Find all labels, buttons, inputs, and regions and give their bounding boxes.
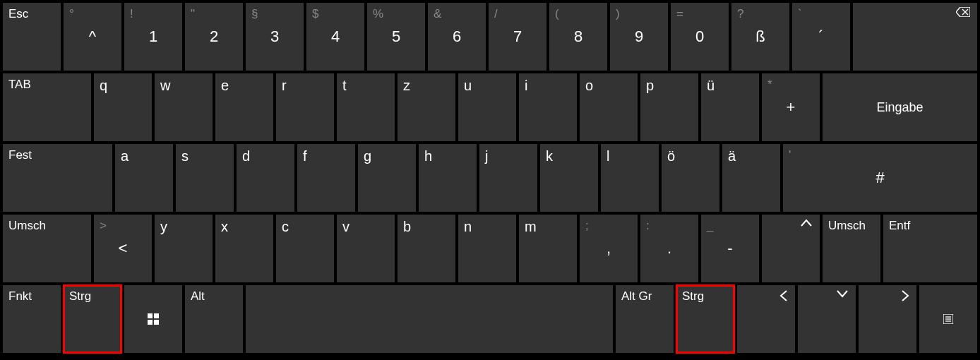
key-2[interactable]: " 2: [185, 3, 243, 71]
key-label: Entf: [889, 219, 910, 233]
key-ctrl-right[interactable]: Strg: [676, 285, 734, 353]
key-main-label: 7: [513, 28, 522, 46]
key-capslock[interactable]: Fest: [3, 144, 112, 212]
key-d[interactable]: d: [237, 144, 294, 212]
key-a[interactable]: a: [115, 144, 173, 212]
key-label: Esc: [8, 7, 28, 21]
key-9[interactable]: ) 9: [610, 3, 668, 71]
key-shift-label: $: [312, 7, 318, 21]
key-v[interactable]: v: [337, 215, 395, 282]
svg-rect-3: [154, 320, 159, 325]
key-m[interactable]: m: [519, 215, 577, 282]
key-caret[interactable]: ° ^: [64, 3, 121, 71]
key-i[interactable]: i: [519, 73, 577, 141]
key-t[interactable]: t: [337, 73, 395, 141]
key-delete[interactable]: Entf: [883, 215, 977, 282]
key-e[interactable]: e: [215, 73, 273, 141]
key-accent[interactable]: ` ´: [792, 3, 850, 71]
key-1[interactable]: ! 1: [124, 3, 182, 71]
chevron-left-icon: [779, 289, 788, 302]
key-shift-label: *: [767, 78, 772, 92]
key-shift-left[interactable]: Umsch: [3, 215, 91, 282]
key-label: Strg: [682, 289, 704, 304]
key-b[interactable]: b: [398, 215, 455, 282]
key-alt[interactable]: Alt: [185, 285, 243, 353]
key-label: n: [464, 219, 472, 235]
key-backspace[interactable]: [853, 3, 977, 71]
key-0[interactable]: = 0: [671, 3, 729, 71]
key-k[interactable]: k: [540, 144, 598, 212]
key-r[interactable]: r: [276, 73, 334, 141]
key-shift-label: °: [69, 7, 74, 21]
key-w[interactable]: w: [155, 73, 213, 141]
key-x[interactable]: x: [215, 215, 273, 282]
key-g[interactable]: g: [358, 144, 416, 212]
key-plus[interactable]: * +: [762, 73, 820, 141]
key-c[interactable]: c: [276, 215, 334, 282]
key-label: u: [464, 78, 472, 94]
key-f[interactable]: f: [297, 144, 355, 212]
row-5: Fnkt Strg Alt Alt Gr Strg: [3, 285, 977, 353]
key-arrow-right[interactable]: [859, 285, 916, 353]
key-label: Fest: [8, 148, 32, 162]
key-l[interactable]: l: [601, 144, 659, 212]
key-menu[interactable]: [919, 285, 977, 353]
key-label: c: [282, 219, 289, 235]
key-fn[interactable]: Fnkt: [3, 285, 61, 353]
key-u[interactable]: u: [458, 73, 516, 141]
key-q[interactable]: q: [94, 73, 152, 141]
key-space[interactable]: [246, 285, 613, 353]
key-n[interactable]: n: [458, 215, 516, 282]
key-arrow-left[interactable]: [737, 285, 795, 353]
key-7[interactable]: / 7: [489, 3, 546, 71]
key-hash[interactable]: ' #: [783, 144, 977, 212]
key-shift-label: §: [251, 7, 258, 21]
key-main-label: ß: [755, 28, 765, 46]
key-windows[interactable]: [124, 285, 182, 353]
key-eszett[interactable]: ? ß: [731, 3, 789, 71]
key-label: b: [403, 219, 411, 235]
key-h[interactable]: h: [419, 144, 477, 212]
key-4[interactable]: $ 4: [306, 3, 364, 71]
key-ae[interactable]: ä: [722, 144, 780, 212]
key-dot[interactable]: : .: [640, 215, 698, 282]
key-p[interactable]: p: [640, 73, 698, 141]
key-comma[interactable]: ; ,: [580, 215, 638, 282]
key-oe[interactable]: ö: [662, 144, 719, 212]
key-tab[interactable]: TAB: [3, 73, 91, 141]
key-j[interactable]: j: [479, 144, 537, 212]
key-y[interactable]: y: [155, 215, 213, 282]
key-arrow-up[interactable]: [762, 215, 820, 282]
key-3[interactable]: § 3: [246, 3, 304, 71]
key-lessthan[interactable]: > <: [94, 215, 152, 282]
key-label: Strg: [69, 289, 91, 304]
key-ue[interactable]: ü: [701, 73, 759, 141]
key-label: r: [282, 78, 287, 94]
chevron-down-icon: [836, 289, 849, 298]
key-main-label: 3: [270, 28, 279, 46]
key-6[interactable]: & 6: [428, 3, 486, 71]
key-shift-label: !: [130, 7, 133, 21]
key-label: Alt Gr: [621, 289, 652, 304]
key-label: Fnkt: [8, 289, 32, 304]
key-label: y: [160, 219, 167, 235]
key-dash[interactable]: _ -: [701, 215, 759, 282]
key-altgr[interactable]: Alt Gr: [616, 285, 674, 353]
key-shift-label: `: [798, 7, 802, 21]
key-shift-label: _: [707, 219, 713, 233]
key-enter[interactable]: Eingabe: [823, 73, 977, 141]
key-esc[interactable]: Esc: [3, 3, 61, 71]
key-label: a: [121, 148, 129, 164]
key-z[interactable]: z: [398, 73, 455, 141]
key-s[interactable]: s: [176, 144, 234, 212]
key-label: x: [221, 219, 228, 235]
key-shift-right[interactable]: Umsch: [823, 215, 880, 282]
key-label: k: [546, 148, 553, 164]
key-o[interactable]: o: [580, 73, 638, 141]
key-8[interactable]: ( 8: [549, 3, 607, 71]
key-ctrl-left[interactable]: Strg: [64, 285, 121, 353]
key-arrow-down[interactable]: [798, 285, 856, 353]
key-label: TAB: [8, 78, 31, 92]
key-label: i: [525, 78, 527, 94]
key-5[interactable]: % 5: [367, 3, 425, 71]
